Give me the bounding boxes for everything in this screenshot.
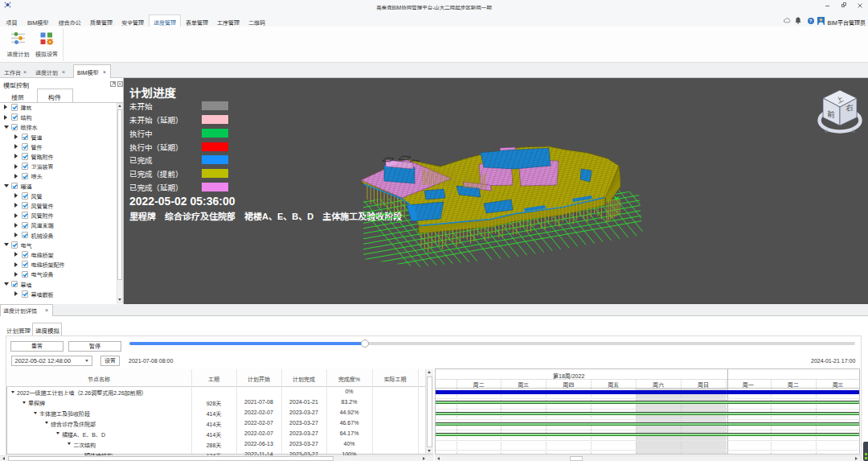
svg-text:南: 南 [825, 129, 828, 133]
svg-text:右: 右 [845, 103, 853, 113]
svg-text:前: 前 [827, 109, 835, 120]
svg-text:东: 东 [852, 129, 855, 133]
